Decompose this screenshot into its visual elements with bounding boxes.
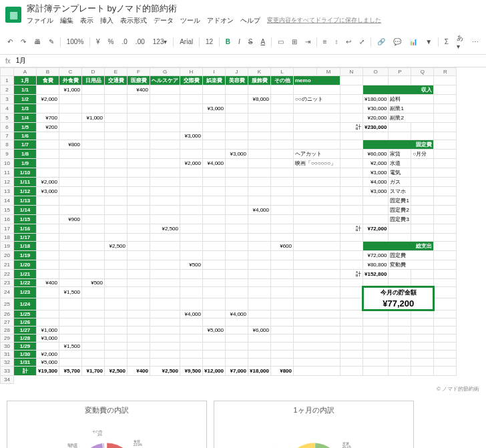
sheet-area[interactable]: ABCDEFGHIJKLMNOPQR11月食費外食費日用品交通費医療費ヘルスケア… (0, 67, 486, 448)
wrap-icon[interactable]: ↩ (344, 37, 353, 47)
chart-monthly-breakdown[interactable]: 1ヶ月の内訳 家賃26.1%水道・光熱5.9%スマホ1.3%食費（外食含）10.… (214, 401, 414, 448)
merge-icon[interactable]: ⇥ (303, 37, 312, 47)
charts-row: 変動費の内訳 食費23.9%外食費7.1%日用品2.1%交通費3.1%医療費0.… (0, 394, 486, 448)
borders-icon[interactable]: ⊞ (290, 37, 299, 47)
redo-icon[interactable]: ↷ (19, 37, 28, 47)
sheets-logo: ▦ (5, 7, 21, 23)
filter-icon[interactable]: ▼ (423, 37, 434, 47)
spreadsheet-grid: ABCDEFGHIJKLMNOPQR11月食費外食費日用品交通費医療費ヘルスケア… (0, 67, 457, 384)
undo-icon[interactable]: ↶ (5, 37, 15, 47)
comment-icon[interactable]: 💬 (391, 37, 403, 47)
formula-bar: fx 1月 (0, 55, 486, 67)
italic-icon[interactable]: I (236, 37, 242, 47)
fx-label: fx (5, 57, 11, 65)
menu-format[interactable]: 表示形式 (120, 16, 147, 25)
menu-view[interactable]: 表示 (80, 16, 93, 25)
app-header: ▦ 家計簿テンプレート byノマド的節約術 ファイル 編集 表示 挿入 表示形式… (0, 0, 486, 29)
zoom-select[interactable]: 100% (65, 37, 86, 47)
menu-file[interactable]: ファイル (27, 16, 53, 25)
credit-text: © ノマド的節約術 (0, 384, 486, 394)
rotate-icon[interactable]: ⤢ (357, 37, 367, 47)
svg-text:26.1%: 26.1% (342, 445, 351, 448)
percent-icon[interactable]: % (106, 37, 116, 47)
more-icon[interactable]: ⋯ (470, 37, 481, 47)
menu-data[interactable]: データ (154, 16, 174, 25)
menu-tools[interactable]: ツール (180, 16, 200, 25)
bold-icon[interactable]: B (224, 37, 232, 47)
chart-icon[interactable]: 📊 (407, 37, 419, 47)
menu-bar: ファイル 編集 表示 挿入 表示形式 データ ツール アドオン ヘルプ 変更内容… (27, 15, 381, 27)
link-icon[interactable]: 🔗 (375, 37, 387, 47)
text-color-icon[interactable]: A (258, 37, 267, 47)
more-formats-icon[interactable]: 123▾ (151, 37, 170, 47)
toolbar: ↶ ↷ 🖶 ✎ 100% ¥ % .0 .00 123▾ Arial 12 B … (0, 29, 486, 55)
svg-text:1%: 1% (97, 433, 102, 437)
paint-format-icon[interactable]: ✎ (47, 37, 56, 47)
halign-icon[interactable]: ≡ (321, 37, 329, 47)
print-icon[interactable]: 🖶 (32, 37, 43, 47)
menu-addons[interactable]: アドオン (207, 16, 234, 25)
chart-title-1: 変動費の内訳 (11, 405, 202, 415)
fill-color-icon[interactable]: ▭ (276, 37, 286, 47)
strike-icon[interactable]: S (246, 37, 255, 47)
menu-help[interactable]: ヘルプ (240, 16, 260, 25)
input-method-icon[interactable]: あ▾ (455, 32, 466, 51)
menu-insert[interactable]: 挿入 (100, 16, 113, 25)
doc-title[interactable]: 家計簿テンプレート byノマド的節約術 (27, 3, 381, 15)
chart-variable-costs[interactable]: 変動費の内訳 食費23.9%外食費7.1%日用品2.1%交通費3.1%医療費0.… (7, 401, 207, 448)
svg-text:23.9%: 23.9% (134, 443, 142, 447)
save-status: 変更内容をすべてドライブに保存しました (267, 16, 381, 25)
functions-icon[interactable]: Σ (443, 37, 451, 47)
fx-value[interactable]: 1月 (16, 56, 27, 65)
chart-title-2: 1ヶ月の内訳 (218, 405, 409, 415)
font-size[interactable]: 12 (204, 37, 215, 47)
menu-edit[interactable]: 編集 (60, 16, 73, 25)
font-select[interactable]: Arial (178, 37, 195, 47)
valign-icon[interactable]: ↕ (332, 37, 340, 47)
decimal-dec-icon[interactable]: .0 (120, 37, 130, 47)
currency-icon[interactable]: ¥ (94, 37, 102, 47)
decimal-inc-icon[interactable]: .00 (134, 37, 147, 47)
